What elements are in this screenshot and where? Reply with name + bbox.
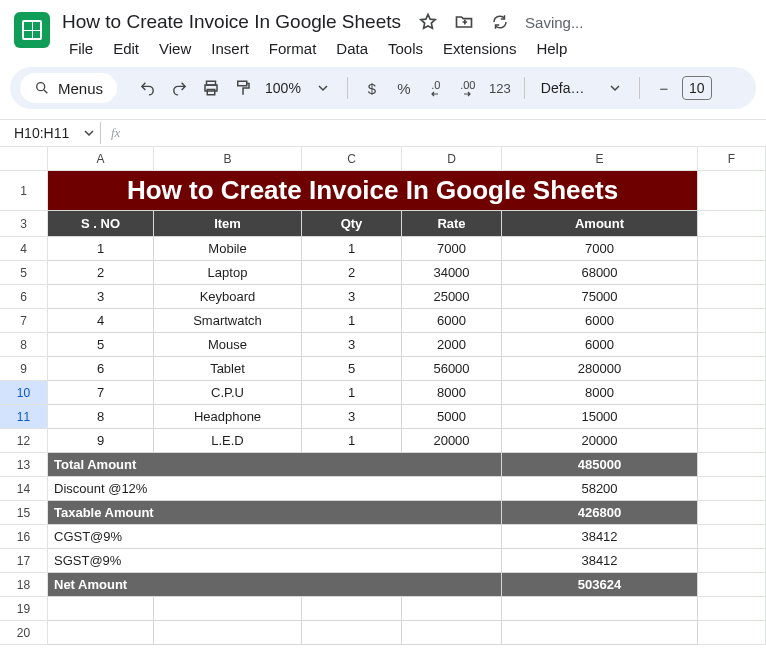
summary-label-13[interactable]: Total Amount (48, 453, 502, 477)
cell-item-12[interactable]: L.E.D (154, 429, 302, 453)
cell-qty-6[interactable]: 3 (302, 285, 402, 309)
row-header-20[interactable]: 20 (0, 621, 48, 645)
row-header-11[interactable]: 11 (0, 405, 48, 429)
cell-blank-19-1[interactable] (154, 597, 302, 621)
format-percent-icon[interactable]: % (390, 74, 418, 102)
cell-f7[interactable] (698, 309, 766, 333)
summary-value-14[interactable]: 58200 (502, 477, 698, 501)
font-dropdown-icon[interactable] (601, 74, 629, 102)
menu-help[interactable]: Help (527, 36, 576, 61)
zoom-select[interactable]: 100% (261, 80, 305, 96)
row-header-12[interactable]: 12 (0, 429, 48, 453)
cell-f10[interactable] (698, 381, 766, 405)
cell-item-11[interactable]: Headphone (154, 405, 302, 429)
cell-item-8[interactable]: Mouse (154, 333, 302, 357)
row-header-10[interactable]: 10 (0, 381, 48, 405)
row-header-16[interactable]: 16 (0, 525, 48, 549)
cell-rate-4[interactable]: 7000 (402, 237, 502, 261)
zoom-dropdown-icon[interactable] (309, 74, 337, 102)
row-header-9[interactable]: 9 (0, 357, 48, 381)
decrease-decimal-icon[interactable]: .0 (422, 74, 450, 102)
menu-extensions[interactable]: Extensions (434, 36, 525, 61)
cell-f18[interactable] (698, 573, 766, 597)
cell-rate-12[interactable]: 20000 (402, 429, 502, 453)
cell-f19[interactable] (698, 597, 766, 621)
cell-item-9[interactable]: Tablet (154, 357, 302, 381)
cell-blank-19-3[interactable] (402, 597, 502, 621)
select-all-corner[interactable] (0, 147, 48, 171)
cell-qty-10[interactable]: 1 (302, 381, 402, 405)
cell-f6[interactable] (698, 285, 766, 309)
cell-amount-7[interactable]: 6000 (502, 309, 698, 333)
cell-f13[interactable] (698, 453, 766, 477)
menu-tools[interactable]: Tools (379, 36, 432, 61)
cell-qty-8[interactable]: 3 (302, 333, 402, 357)
cell-item-5[interactable]: Laptop (154, 261, 302, 285)
spreadsheet-grid[interactable]: ABCDEF1How to Create Invoice In Google S… (0, 147, 766, 645)
cell-rate-7[interactable]: 6000 (402, 309, 502, 333)
font-size-decrease[interactable]: − (650, 74, 678, 102)
summary-label-16[interactable]: CGST@9% (48, 525, 502, 549)
cell-f9[interactable] (698, 357, 766, 381)
menu-edit[interactable]: Edit (104, 36, 148, 61)
cell-amount-10[interactable]: 8000 (502, 381, 698, 405)
summary-label-14[interactable]: Discount @12% (48, 477, 502, 501)
summary-value-15[interactable]: 426800 (502, 501, 698, 525)
cell-rate-10[interactable]: 8000 (402, 381, 502, 405)
cell-f4[interactable] (698, 237, 766, 261)
menu-format[interactable]: Format (260, 36, 326, 61)
cell-f3[interactable] (698, 211, 766, 237)
row-header-14[interactable]: 14 (0, 477, 48, 501)
cell-item-7[interactable]: Smartwatch (154, 309, 302, 333)
cell-rate-6[interactable]: 25000 (402, 285, 502, 309)
cell-sno-12[interactable]: 9 (48, 429, 154, 453)
star-icon[interactable] (417, 11, 439, 33)
cell-amount-6[interactable]: 75000 (502, 285, 698, 309)
row-header-7[interactable]: 7 (0, 309, 48, 333)
cell-f8[interactable] (698, 333, 766, 357)
cell-qty-4[interactable]: 1 (302, 237, 402, 261)
column-header-B[interactable]: B (154, 147, 302, 171)
cell-amount-5[interactable]: 68000 (502, 261, 698, 285)
column-header-F[interactable]: F (698, 147, 766, 171)
column-header-D[interactable]: D (402, 147, 502, 171)
row-header-13[interactable]: 13 (0, 453, 48, 477)
row-header-19[interactable]: 19 (0, 597, 48, 621)
cell-rate-8[interactable]: 2000 (402, 333, 502, 357)
summary-value-17[interactable]: 38412 (502, 549, 698, 573)
cell-amount-11[interactable]: 15000 (502, 405, 698, 429)
cell-blank-20-1[interactable] (154, 621, 302, 645)
cell-blank-20-0[interactable] (48, 621, 154, 645)
cell-blank-20-2[interactable] (302, 621, 402, 645)
name-box[interactable]: H10:H11 (4, 125, 100, 141)
sheets-logo[interactable] (14, 12, 50, 48)
cell-f15[interactable] (698, 501, 766, 525)
cell-f5[interactable] (698, 261, 766, 285)
refresh-icon[interactable] (489, 11, 511, 33)
cell-amount-8[interactable]: 6000 (502, 333, 698, 357)
cell-qty-12[interactable]: 1 (302, 429, 402, 453)
document-title[interactable]: How to Create Invoice In Google Sheets (60, 10, 403, 34)
cell-f14[interactable] (698, 477, 766, 501)
search-menus-chip[interactable]: Menus (20, 73, 117, 103)
menu-view[interactable]: View (150, 36, 200, 61)
format-currency-icon[interactable]: $ (358, 74, 386, 102)
cell-rate-5[interactable]: 34000 (402, 261, 502, 285)
undo-icon[interactable] (133, 74, 161, 102)
cell-qty-9[interactable]: 5 (302, 357, 402, 381)
cell-blank-19-2[interactable] (302, 597, 402, 621)
cell-sno-4[interactable]: 1 (48, 237, 154, 261)
summary-value-18[interactable]: 503624 (502, 573, 698, 597)
cell-sno-10[interactable]: 7 (48, 381, 154, 405)
cell-qty-11[interactable]: 3 (302, 405, 402, 429)
row-header-5[interactable]: 5 (0, 261, 48, 285)
column-header-C[interactable]: C (302, 147, 402, 171)
font-size-input[interactable]: 10 (682, 76, 712, 100)
more-formats-icon[interactable]: 123 (486, 74, 514, 102)
cell-blank-20-3[interactable] (402, 621, 502, 645)
summary-value-13[interactable]: 485000 (502, 453, 698, 477)
cell-blank-19-4[interactable] (502, 597, 698, 621)
menu-file[interactable]: File (60, 36, 102, 61)
cell-sno-11[interactable]: 8 (48, 405, 154, 429)
menu-data[interactable]: Data (327, 36, 377, 61)
